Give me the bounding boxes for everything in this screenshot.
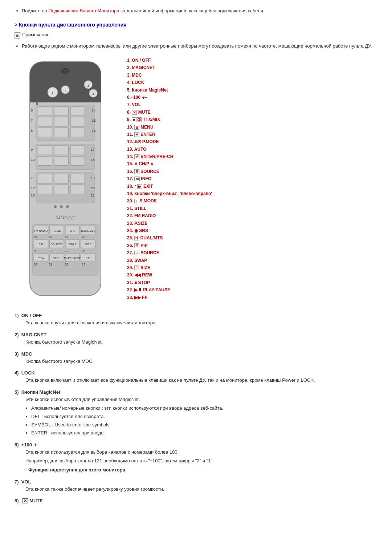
desc-num-8: 8) [15, 498, 21, 503]
legend-item-25: 25. H DUAL/MTS [127, 234, 377, 242]
svg-text:29: 29 [82, 249, 85, 253]
desc-8: 8) ✕ MUTE [15, 498, 377, 503]
legend-item-17: 17. ▭ INFO [127, 175, 377, 182]
desc-5-bullets: Алфавитные/ номерные кнопки : эти кнопки… [25, 405, 377, 437]
desc-body-1: Эта кнопка служит для включения и выключ… [15, 319, 377, 327]
legend-item-18: 18. " ▶ EXIT [127, 183, 377, 190]
svg-point-55 [66, 205, 69, 208]
desc-num-5: 5) [15, 389, 21, 395]
svg-text:2: 2 [65, 89, 66, 93]
desc-title-6: +100 -/-- [21, 442, 40, 447]
svg-rect-16 [38, 117, 52, 126]
svg-rect-32 [70, 146, 85, 155]
svg-text:P.SIZE: P.SIZE [53, 229, 61, 232]
svg-rect-30 [38, 146, 52, 155]
svg-text:8: 8 [31, 129, 33, 133]
svg-text:33: 33 [82, 263, 85, 266]
desc-6: 6) +100 -/-- Эта кнопка используется для… [15, 442, 377, 474]
desc-5-bullet-4: ENTER : используется при вводе. [31, 429, 377, 437]
desc-body-2: Кнопка быстрого запуска MagicNet. [15, 339, 377, 346]
svg-rect-46 [70, 185, 85, 194]
svg-rect-33 [38, 156, 52, 165]
desc-body-7: Эта кнопка также обеспечивает регулировк… [15, 486, 377, 493]
desc-2: 2) MAGICNET Кнопка быстрого запуска Magi… [15, 332, 377, 346]
svg-text:12: 12 [31, 186, 35, 190]
legend-item-10: 10. ⊞ MENU [127, 123, 377, 131]
svg-point-3 [61, 68, 69, 73]
svg-text:10: 10 [31, 158, 35, 162]
svg-text:6: 6 [31, 108, 33, 112]
svg-text:3: 3 [87, 84, 89, 88]
desc-num-7: 7) [15, 479, 21, 485]
remote-image: 1 2 3 4 5 [15, 57, 116, 302]
desc-title-4: LOCK [21, 370, 35, 376]
svg-rect-21 [70, 128, 85, 137]
note-label: Примечание [22, 32, 49, 37]
svg-text:14: 14 [92, 108, 96, 112]
svg-text:SOURCE: SOURCE [51, 243, 63, 246]
svg-text:4: 4 [93, 92, 94, 96]
legend-item-2: 2. MAGICNET [127, 64, 377, 71]
svg-text:30: 30 [34, 263, 37, 266]
svg-text:15: 15 [92, 118, 96, 122]
legend-item-1: 1. ON / OFF [127, 57, 377, 64]
svg-rect-13 [38, 106, 52, 116]
legend-item-3: 3. MDC [127, 72, 377, 79]
legend-item-26: 26. ⊟ PIP [127, 242, 377, 249]
svg-text:21: 21 [91, 193, 95, 197]
svg-text:STOP: STOP [53, 256, 61, 260]
desc-body-3: Кнопка быстрого запуска MDC. [15, 358, 377, 365]
mute-icon-inline: ✕ [23, 498, 28, 503]
svg-text:SWAP: SWAP [68, 243, 76, 246]
remote-section: 1 2 3 4 5 [15, 57, 377, 302]
legend-item-31: 31. ■ STOP [127, 279, 377, 286]
svg-text:FM RADIO: FM RADIO [34, 229, 48, 232]
monitor-link[interactable]: Подключение Вашего Монитора [48, 8, 119, 13]
remote-svg: 1 2 3 4 5 [15, 57, 116, 301]
intro-text-after: за дальнейшей информацией, касающейся по… [121, 8, 264, 13]
desc-num-3: 3) [15, 351, 21, 357]
legend-item-24: 24. ◉ SRS [127, 227, 377, 234]
intro-bullet-item: Пойдите на Подключение Вашего Монитора з… [22, 7, 377, 15]
svg-rect-31 [54, 146, 68, 155]
svg-text:SAMSUNG: SAMSUNG [55, 216, 76, 220]
svg-text:26: 26 [34, 249, 37, 253]
legend-item-33: 33. ▶▶ FF [127, 294, 377, 301]
svg-text:25: 25 [82, 235, 85, 239]
legend-item-4: 4. LOCK [127, 79, 377, 86]
desc-title-2: MAGICNET [21, 332, 46, 337]
legend-item-6: 6.+100 -/-- [127, 94, 377, 101]
svg-text:5: 5 [36, 101, 38, 106]
legend-item-32: 32. ▶⏸ PLAY/PAUSE [127, 286, 377, 293]
note-box: ■ Примечание [15, 32, 377, 39]
legend-item-11: 11. ↵ ENTER [127, 131, 377, 138]
desc-5: 5) Кнопки MagicNet Эти кнопки используют… [15, 389, 377, 437]
legend-item-16: 16. ⊟ SOURCE [127, 168, 377, 175]
note-bullet-item: Работающие рядом с монитором телевизоры … [22, 42, 377, 50]
legend-item-22: 22. FM RADIO [127, 212, 377, 219]
legend-item-28: 28. SWAP [127, 257, 377, 264]
legend-item-29: 29. ⊡ SIZE [127, 264, 377, 271]
svg-text:SRS: SRS [70, 229, 75, 232]
legend-item-20: 20. ♪ S.MODE [127, 197, 377, 204]
svg-rect-14 [54, 106, 68, 116]
svg-rect-43 [70, 174, 85, 183]
svg-text:13: 13 [31, 193, 35, 197]
legend-item-27: 27. ⊟ SOURCE [127, 249, 377, 256]
section-heading: Кнопки пульта дистационного управления [15, 22, 377, 28]
legend-item-14: 14. ⏎ ENTER/PRE-CH [127, 153, 377, 160]
svg-rect-19 [38, 128, 52, 137]
desc-title-8: ✕ MUTE [21, 498, 43, 503]
legend-item-7: 7. VOL [127, 101, 377, 108]
intro-section: Пойдите на Подключение Вашего Монитора з… [15, 7, 377, 15]
note-icon: ■ [15, 32, 20, 39]
svg-rect-45 [54, 185, 68, 194]
note-bullet: Работающие рядом с монитором телевизоры … [15, 42, 377, 50]
svg-text:PLAY/PAUSE: PLAY/PAUSE [64, 256, 81, 260]
svg-rect-20 [54, 128, 68, 137]
legend-item-12: 12. M/B P.MODE [127, 138, 377, 145]
svg-rect-42 [54, 174, 68, 183]
desc-title-5: Кнопки MagicNet [21, 389, 60, 395]
desc-body-6: Эта кнопка используется для выбора канал… [15, 449, 377, 474]
legend-item-15: 15. ∨ CH/P ∧ [127, 160, 377, 167]
